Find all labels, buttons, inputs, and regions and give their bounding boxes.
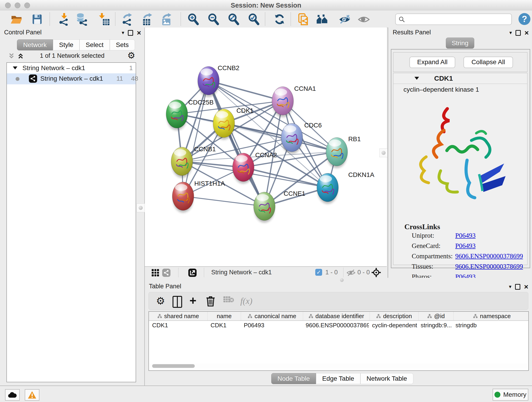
close-panel-icon[interactable]: × — [137, 31, 141, 35]
left-splitter-handle[interactable] — [137, 204, 145, 212]
external-link-icon[interactable] — [188, 269, 196, 277]
network-node-rb1[interactable] — [326, 138, 348, 168]
network-view-toolbar: String Network – cdk1 ✓ 1 - 0 0 - 0 — [145, 266, 387, 278]
warning-button[interactable] — [25, 389, 39, 401]
float-panel-icon[interactable] — [515, 284, 520, 290]
collapse-all-button[interactable]: Collapse All — [463, 57, 513, 68]
network-node-ccnb1[interactable] — [171, 147, 193, 178]
horizontal-splitter[interactable] — [145, 278, 532, 282]
string-app-icon — [29, 75, 37, 83]
column-header-name[interactable]: name — [208, 312, 241, 320]
table-cell[interactable]: stringdb:9... — [418, 321, 452, 330]
zoom-selected-button[interactable] — [247, 13, 260, 26]
panel-menu-icon[interactable]: ▾ — [122, 30, 124, 36]
crosslink-link[interactable]: P06493 — [455, 242, 476, 249]
network-node-ccna2[interactable] — [233, 153, 254, 184]
column-header-namespace[interactable]: namespace — [454, 312, 529, 320]
network-node-ccne1[interactable] — [254, 192, 275, 223]
zoom-out-button[interactable] — [207, 13, 220, 26]
close-panel-icon[interactable]: × — [525, 31, 529, 35]
column-header-at-id[interactable]: @id — [418, 312, 454, 320]
column-header-database-identifier[interactable]: database identifier — [303, 312, 370, 320]
delete-column-trash-icon[interactable] — [206, 295, 215, 307]
add-column-icon[interactable]: + — [190, 295, 196, 307]
refresh-button[interactable] — [273, 13, 286, 26]
network-edge[interactable] — [183, 81, 209, 196]
network-node-cdk1[interactable] — [213, 109, 234, 140]
tab-sets[interactable]: Sets — [110, 39, 135, 51]
results-tab-string[interactable]: String — [446, 38, 474, 49]
table-settings-gear-icon[interactable]: ⚙ — [156, 295, 165, 307]
tab-style[interactable]: Style — [53, 39, 80, 51]
select-columns-icon[interactable] — [172, 295, 182, 307]
table-cell[interactable]: P06493 — [241, 321, 302, 330]
crosshair-icon[interactable] — [371, 268, 381, 278]
hide-selected-button[interactable] — [338, 13, 351, 26]
collection-count: 1 — [129, 64, 133, 72]
network-node-hist1h1a[interactable] — [172, 182, 194, 213]
network-node-cdc6[interactable] — [281, 123, 303, 154]
crosslink-link[interactable]: 9606.ENSP00000378699 — [455, 252, 523, 260]
scrollbar-thumb[interactable] — [152, 364, 195, 368]
column-header-shared-name[interactable]: shared name — [149, 312, 208, 320]
cloud-button[interactable] — [5, 389, 20, 401]
right-splitter-handle[interactable] — [380, 148, 388, 157]
node-entry-header[interactable]: CDK1 — [393, 73, 527, 84]
float-panel-icon[interactable] — [515, 30, 521, 36]
network-node-ccnb2[interactable] — [198, 66, 219, 97]
tab-network[interactable]: Network — [17, 39, 53, 51]
crosslink-link[interactable]: P06493 — [455, 232, 476, 239]
network-node-ccna1[interactable] — [272, 87, 293, 117]
crosslink-link[interactable]: 9606.ENSP00000378699 — [455, 263, 523, 270]
save-session-button[interactable] — [31, 13, 44, 26]
grid-view-icon[interactable] — [152, 269, 159, 276]
table-row[interactable]: CDK1CDK1P064939606.ENSP00000378699cyclin… — [149, 321, 528, 330]
export-image-button[interactable] — [160, 13, 173, 26]
network-row[interactable]: String Network – cdk1 11 48 — [7, 73, 136, 84]
network-node-cdc25b[interactable] — [166, 100, 188, 130]
crosslink-row: GeneCard:P06493 — [412, 242, 522, 252]
table-cell[interactable]: CDK1 — [149, 321, 207, 330]
panel-menu-icon[interactable]: ▾ — [509, 30, 512, 36]
import-network-button[interactable] — [58, 13, 70, 26]
close-panel-icon[interactable]: × — [524, 284, 528, 289]
memory-button[interactable]: Memory — [493, 389, 528, 401]
float-panel-icon[interactable] — [128, 30, 133, 36]
tab-node-table[interactable]: Node Table — [271, 373, 316, 384]
network-collection-row[interactable]: String Network – cdk1 1 — [7, 63, 136, 73]
network-options-gear-icon[interactable]: ⚙ — [127, 51, 135, 61]
network-snapshot-button[interactable] — [297, 13, 310, 26]
expand-all-button[interactable]: Expand All — [409, 57, 455, 68]
eye-slash-icon[interactable] — [346, 269, 355, 277]
network-node-cdkn1a[interactable] — [317, 173, 338, 204]
disclosure-triangle-icon[interactable] — [13, 66, 17, 70]
tab-select[interactable]: Select — [80, 39, 110, 51]
column-header-description[interactable]: description — [370, 312, 418, 320]
table-cell[interactable]: 9606.ENSP00000378699 — [302, 321, 369, 330]
show-all-button[interactable] — [357, 13, 370, 26]
export-table-button[interactable] — [141, 13, 154, 26]
table-horizontal-scrollbar[interactable] — [150, 364, 527, 369]
zoom-fit-button[interactable] — [227, 13, 240, 26]
tab-edge-table[interactable]: Edge Table — [316, 373, 360, 384]
column-header-canonical-name[interactable]: canonical name — [241, 312, 303, 320]
import-network-database-button[interactable] — [75, 13, 88, 26]
panel-menu-icon[interactable]: ▾ — [509, 284, 511, 290]
table-cell[interactable]: cyclin-dependent ... — [369, 321, 418, 330]
splitter-handle[interactable] — [340, 278, 344, 282]
table-cell[interactable]: CDK1 — [207, 321, 241, 330]
export-network-button[interactable] — [121, 13, 134, 26]
disclosure-triangle-icon[interactable] — [414, 77, 419, 80]
import-table-button[interactable] — [98, 13, 110, 26]
network-share-icon[interactable] — [162, 269, 171, 277]
home-button[interactable] — [316, 13, 329, 26]
search-input[interactable] — [408, 14, 509, 24]
zoom-in-button[interactable] — [187, 13, 200, 26]
table-cell[interactable]: stringdb — [452, 321, 529, 330]
selected-checkbox-icon[interactable]: ✓ — [315, 269, 322, 276]
help-icon[interactable]: ? — [519, 13, 530, 25]
network-edge[interactable] — [183, 196, 264, 206]
tab-network-table[interactable]: Network Table — [360, 373, 413, 384]
network-canvas[interactable]: CCNB2CCNA1CDC25BCDK1CDC6RB1CCNB1CCNA2CDK… — [145, 27, 387, 266]
open-session-button[interactable] — [10, 13, 23, 26]
